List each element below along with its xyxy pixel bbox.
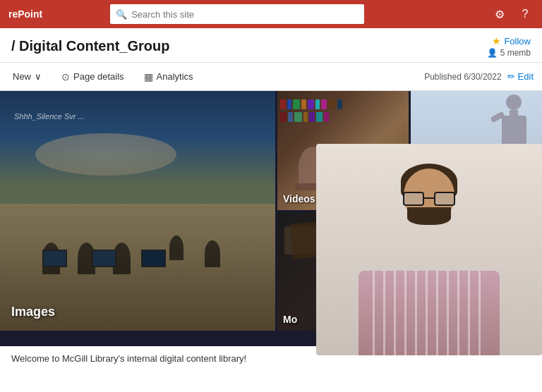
new-label: New <box>13 71 31 82</box>
help-icon[interactable]: ? <box>517 6 534 23</box>
toolbar: New ∨ ⊙ Page details ▦ Analytics Publish… <box>0 63 542 91</box>
main-image-label: Images <box>11 305 55 319</box>
search-input[interactable] <box>131 9 359 20</box>
site-header-right: ★ Follow 👤 5 memb <box>487 35 531 58</box>
edit-label: Edit <box>518 71 534 82</box>
members-count: 5 memb <box>500 48 531 58</box>
welcome-message: Welcome to McGill Library's internal dig… <box>11 353 246 364</box>
site-title: / Digital Content_Group <box>11 35 169 54</box>
analytics-label: Analytics <box>157 71 193 82</box>
follow-button[interactable]: ★ Follow <box>492 35 531 47</box>
new-button[interactable]: New ∨ <box>8 68 46 85</box>
settings-icon[interactable]: ⚙ <box>491 6 508 23</box>
search-bar[interactable]: 🔍 <box>110 4 364 24</box>
person-shirt <box>359 271 500 355</box>
chevron-down-icon: ∨ <box>35 71 42 82</box>
star-icon: ★ <box>492 35 501 47</box>
app-title: rePoint <box>8 8 42 20</box>
page-details-label: Page details <box>73 71 124 82</box>
content-area: Shhh_Silence Svr ... Images <box>0 91 542 355</box>
edit-icon: ✏ <box>507 71 515 82</box>
page-details-button[interactable]: ⊙ Page details <box>57 68 128 85</box>
analytics-icon: ▦ <box>144 71 153 82</box>
top-navigation: rePoint 🔍 ⚙ ? <box>0 0 542 28</box>
person-overlay <box>316 144 542 355</box>
more-label: Mo <box>283 314 297 325</box>
nav-icons: ⚙ ? <box>491 6 534 23</box>
main-image-panel[interactable]: Shhh_Silence Svr ... Images <box>0 91 275 331</box>
edit-button[interactable]: ✏ Edit <box>507 71 534 82</box>
search-icon: 🔍 <box>116 9 127 20</box>
published-status: Published 6/30/2022 <box>424 72 501 82</box>
videos-label: Videos <box>283 193 315 204</box>
glasses <box>403 192 455 207</box>
toolbar-right: Published 6/30/2022 ✏ Edit <box>424 71 534 82</box>
shhh-text: Shhh_Silence Svr ... <box>14 112 85 121</box>
follow-label: Follow <box>504 36 531 47</box>
person-icon: 👤 <box>487 48 498 58</box>
site-header: / Digital Content_Group ★ Follow 👤 5 mem… <box>0 28 542 63</box>
page-details-icon: ⊙ <box>61 71 70 82</box>
analytics-button[interactable]: ▦ Analytics <box>140 68 198 85</box>
members-info: 👤 5 memb <box>487 48 531 58</box>
